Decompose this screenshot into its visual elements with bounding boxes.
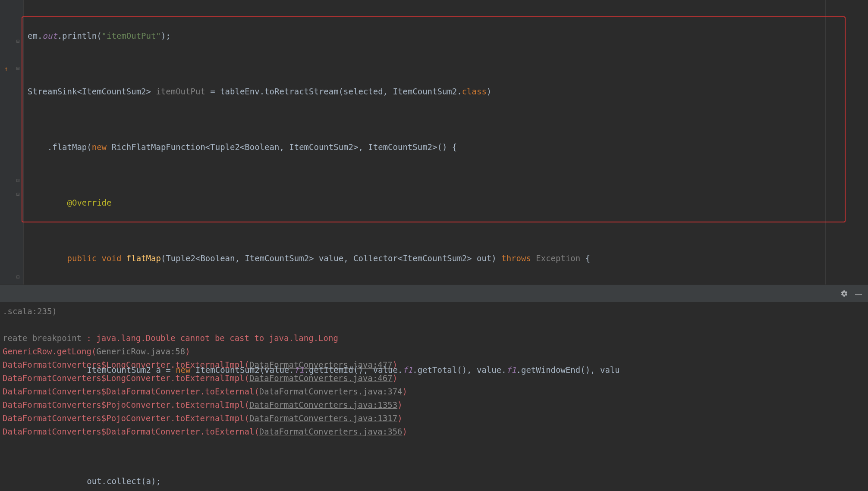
fold-marker-icon[interactable]: ⊟ (16, 37, 20, 46)
code-line[interactable]: StreamSink<ItemCountSum2> itemOutPut = t… (26, 84, 868, 98)
fold-marker-icon[interactable]: ⊟ (16, 272, 20, 282)
code-line[interactable]: ItemCountSum2 a = new ItemCountSum2(valu… (26, 363, 868, 377)
code-line[interactable]: em.out.println("itemOutPut"); (26, 29, 868, 43)
fold-marker-icon[interactable]: ⊟ (16, 64, 20, 73)
fold-end-icon[interactable]: ⊡ (16, 176, 20, 185)
vcs-change-marker-icon: ↑ (4, 64, 8, 74)
code-content[interactable]: em.out.println("itemOutPut"); StreamSink… (26, 0, 868, 491)
code-line-blank[interactable] (26, 307, 868, 321)
code-line[interactable]: .flatMap(new RichFlatMapFunction<Tuple2<… (26, 140, 868, 154)
editor-gutter: ↑ ⊟ ⊟ ⊡ ⊡ ⊟ (0, 0, 24, 285)
fold-end-icon[interactable]: ⊡ (16, 190, 20, 199)
code-line[interactable]: @Override (26, 196, 868, 210)
code-line[interactable]: out.collect(a); (26, 474, 868, 488)
code-line-blank[interactable] (26, 419, 868, 432)
code-line[interactable]: public void flatMap(Tuple2<Boolean, Item… (26, 251, 868, 265)
code-editor[interactable]: ↑ ⊟ ⊟ ⊡ ⊡ ⊟ em.out.println("itemOutPut")… (0, 0, 868, 285)
